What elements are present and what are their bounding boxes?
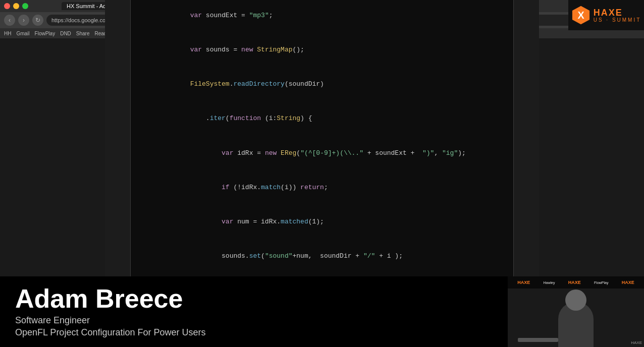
back-button[interactable]: ‹ [4,15,15,26]
code-line-8: var num = idRx.matched(1); [143,205,501,239]
haxe-name-label: HAXE [594,8,641,17]
svg-text:X: X [577,10,584,21]
code-line-3: var sounds = new StringMap(); [143,33,501,67]
sponsor-haxe3: HAXE [622,280,634,285]
video-head [565,290,586,311]
bookmark-dnd[interactable]: DND [60,31,71,36]
sponsor-flowplay2: FlowPlay [594,281,608,284]
presenter-title: Software Engineer [15,314,493,327]
haxe-tagline-label: US · SUMMIT [594,17,641,23]
code-line-6: var idRx = new EReg("(^[0-9]+)(\\.." + s… [143,136,501,170]
haxe-logo-area: X HAXE US · SUMMIT [568,0,644,30]
presenter-bar: Adam Breece Software Engineer OpenFL Pro… [0,276,644,347]
code-line-9: sounds.set("sound"+num, soundDir + "/" +… [143,240,501,274]
haxe-text: HAXE US · SUMMIT [594,8,641,23]
code-line-7: if (!idRx.match(i)) return; [143,170,501,205]
traffic-light-minimize[interactable] [13,3,19,9]
haxe-hexagon-icon: X [571,6,591,25]
sponsor-haxe1: HAXE [517,280,530,285]
refresh-button[interactable]: ↻ [32,15,43,26]
traffic-light-fullscreen[interactable] [22,3,28,9]
bookmark-flowplay[interactable]: FlowPlay [35,31,56,36]
code-line-5: .iter(function (i:String) { [143,102,501,136]
code-line-2: var soundExt = "mp3"; [143,0,501,33]
sponsor-bar: HAXE Hawley HAXE FlowPlay HAXE [508,276,644,288]
slide-area: Sound assets public static function getS… [0,38,644,276]
bookmark-hh[interactable]: HH [4,31,11,36]
bookmark-gmail[interactable]: Gmail [16,31,29,36]
sponsor-hawley: Hawley [543,281,555,284]
presenter-info: Adam Breece Software Engineer OpenFL Pro… [0,275,508,347]
bookmark-share[interactable]: Share [76,31,90,36]
code-line-4: FileSystem.readDirectory(soundDir) [143,67,501,101]
video-feed: HAXE Hawley HAXE FlowPlay HAXE HAXE [508,276,644,347]
sponsor-haxe2: HAXE [568,280,581,285]
presenter-subtitle: OpenFL Project Configuration For Power U… [15,327,493,338]
presenter-name: Adam Breece [15,285,493,312]
traffic-light-close[interactable] [4,3,10,9]
forward-button[interactable]: › [18,15,29,26]
video-laptop [518,338,558,342]
video-haxe-bg: HAXE [629,338,644,347]
